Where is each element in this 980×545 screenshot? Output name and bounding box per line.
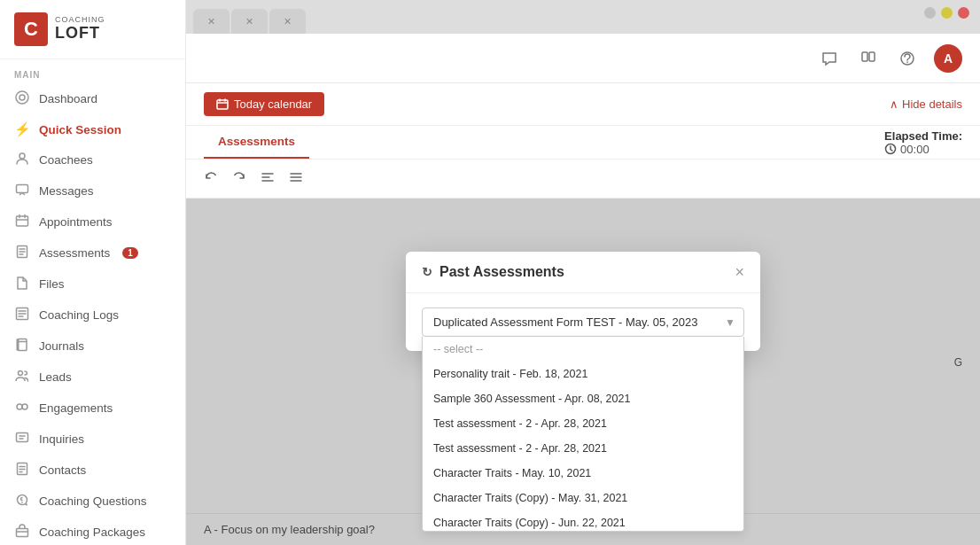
logo-bottom: LOFT [55, 25, 105, 43]
sidebar-item-label-coaching-packages: Coaching Packages [39, 526, 145, 539]
sidebar-item-label-journals: Journals [39, 339, 84, 353]
inquiries-icon [14, 431, 30, 448]
svg-point-10 [17, 404, 22, 409]
sidebar-item-appointments[interactable]: Appointments [0, 206, 185, 237]
sidebar-item-leads[interactable]: Leads [0, 362, 185, 393]
elapsed-time-area: Elapsed Time: 00:00 [884, 129, 962, 156]
dropdown-item-test2[interactable]: Test assessment - 2 - Apr. 28, 2021 [423, 436, 743, 461]
contacts-icon [14, 462, 30, 479]
tab-close-3[interactable]: ✕ [284, 16, 292, 27]
sidebar-logo: C COACHING LOFT [0, 0, 185, 59]
hide-details-link[interactable]: ∧ Hide details [890, 97, 962, 111]
dropdown-item-test1[interactable]: Test assessment - 2 - Apr. 28, 2021 [423, 411, 743, 436]
svg-rect-14 [17, 529, 28, 537]
modal-title: ↻ Past Assessments [422, 264, 564, 280]
sidebar-item-dashboard[interactable]: Dashboard [0, 83, 185, 114]
user-avatar[interactable]: A [934, 44, 962, 73]
svg-point-0 [16, 91, 28, 104]
modal-header: ↻ Past Assessments × [406, 252, 760, 293]
tab-close-2[interactable]: ✕ [245, 16, 253, 27]
sidebar-item-engagements[interactable]: Engagements [0, 393, 185, 424]
dropdown-item-char-copy2[interactable]: Character Traits (Copy) - Jun. 22, 2021 [423, 510, 743, 532]
tab-close-1[interactable]: ✕ [207, 16, 215, 27]
chevron-up-icon: ∧ [890, 97, 898, 111]
sidebar-item-coaching-packages[interactable]: Coaching Packages [0, 517, 185, 545]
sidebar-item-coaching-questions[interactable]: Coaching Questions [0, 486, 185, 517]
coaching-packages-icon [14, 524, 30, 541]
svg-rect-12 [17, 433, 28, 442]
engagements-icon [14, 400, 30, 417]
today-calendar-button[interactable]: Today calendar [204, 92, 324, 116]
align-left-button[interactable] [257, 168, 278, 189]
sidebar-item-label-dashboard: Dashboard [39, 92, 97, 105]
sidebar-item-label-coaching-questions: Coaching Questions [39, 494, 147, 508]
dot-gray [924, 7, 936, 19]
assessment-content: A B C D E F G G A - Focus on my leadersh… [186, 199, 980, 545]
sidebar-item-coachees[interactable]: Coachees [0, 144, 185, 175]
dropdown-item-sample360-1[interactable]: Sample 360 Assessment - Apr. 08, 2021 [423, 386, 743, 411]
sub-header: Today calendar ∧ Hide details [186, 83, 980, 126]
browser-tab-3[interactable]: ✕ [269, 9, 306, 34]
assessment-dropdown-list: -- select -- Personality trait - Feb. 18… [422, 337, 744, 532]
sidebar-item-label-leads: Leads [39, 370, 72, 384]
sidebar-item-assessments[interactable]: Assessments 1 [0, 237, 185, 269]
sidebar-item-messages[interactable]: Messages [0, 175, 185, 206]
browser-tabs-bar: ✕ ✕ ✕ [186, 0, 980, 34]
assessments-icon [14, 245, 30, 261]
logo-icon: C [14, 12, 48, 46]
appointments-icon [14, 214, 30, 230]
justify-button[interactable] [285, 168, 307, 189]
svg-rect-4 [17, 216, 28, 226]
dropdown-item-select[interactable]: -- select -- [423, 337, 743, 362]
dropdown-item-personality[interactable]: Personality trait - Feb. 18, 2021 [423, 362, 743, 386]
assessment-select-wrapper: Duplicated Assessment Form TEST - May. 0… [422, 308, 744, 337]
modal-close-button[interactable]: × [735, 264, 744, 280]
sidebar-item-label-inquiries: Inquiries [39, 432, 84, 446]
sidebar-item-journals[interactable]: Journals [0, 331, 185, 362]
tab-assessments-label: Assessments [218, 135, 295, 148]
bookmark-icon[interactable] [856, 46, 881, 71]
dropdown-item-char1[interactable]: Character Traits - May. 10, 2021 [423, 461, 743, 486]
sidebar-item-quick-session[interactable]: ⚡ Quick Session [0, 114, 185, 144]
top-bar: A [186, 34, 980, 83]
dropdown-item-char-copy1[interactable]: Character Traits (Copy) - May. 31, 2021 [423, 486, 743, 510]
help-icon[interactable] [895, 46, 920, 71]
sidebar-item-label-assessments: Assessments [39, 246, 110, 260]
sidebar: C COACHING LOFT MAIN Dashboard ⚡ Quick S… [0, 0, 186, 545]
dashboard-icon [14, 90, 30, 107]
sidebar-item-label-appointments: Appointments [39, 215, 113, 229]
sidebar-item-label-messages: Messages [39, 184, 94, 198]
sidebar-item-label-contacts: Contacts [39, 463, 86, 477]
editor-toolbar [186, 160, 980, 199]
dot-yellow [941, 7, 953, 19]
modal-overlay: ↻ Past Assessments × Duplicated Assessme… [186, 199, 980, 545]
browser-tab-2[interactable]: ✕ [231, 9, 268, 34]
app-wrapper: C COACHING LOFT MAIN Dashboard ⚡ Quick S… [0, 0, 980, 545]
right-panel: ✕ ✕ ✕ A [186, 0, 980, 545]
elapsed-time-value: 00:00 [884, 143, 962, 156]
chat-icon[interactable] [817, 46, 842, 71]
sidebar-item-label-files: Files [39, 277, 65, 291]
coachees-icon [14, 152, 30, 168]
sidebar-item-files[interactable]: Files [0, 269, 185, 300]
sidebar-item-label-quick-session: Quick Session [39, 123, 121, 136]
svg-point-1 [19, 95, 25, 100]
elapsed-time-label: Elapsed Time: [884, 129, 962, 143]
past-assessments-modal: ↻ Past Assessments × Duplicated Assessme… [406, 252, 760, 351]
assessments-badge: 1 [122, 247, 138, 259]
sidebar-item-inquiries[interactable]: Inquiries [0, 424, 185, 455]
browser-tab-1[interactable]: ✕ [193, 9, 229, 34]
journals-icon [14, 338, 30, 354]
svg-point-9 [19, 371, 23, 376]
assessment-select[interactable]: Duplicated Assessment Form TEST - May. 0… [422, 308, 744, 337]
quick-session-icon: ⚡ [14, 121, 30, 137]
hide-details-label: Hide details [902, 97, 962, 111]
sidebar-item-contacts[interactable]: Contacts [0, 455, 185, 486]
undo-button[interactable] [200, 168, 222, 189]
sidebar-item-coaching-logs[interactable]: Coaching Logs [0, 300, 185, 331]
svg-rect-21 [217, 100, 228, 109]
coaching-logs-icon [14, 307, 30, 323]
redo-button[interactable] [229, 168, 250, 189]
tab-assessments[interactable]: Assessments [204, 126, 309, 159]
svg-rect-18 [862, 52, 867, 61]
